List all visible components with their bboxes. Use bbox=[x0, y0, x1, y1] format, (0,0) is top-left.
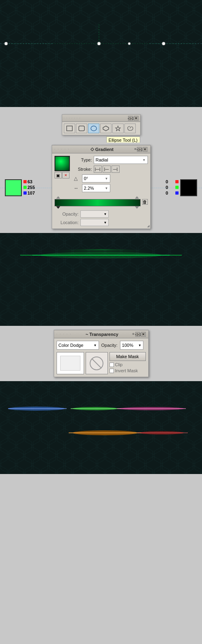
rectangle-tool-button[interactable] bbox=[64, 124, 75, 133]
close-button[interactable]: ✕ bbox=[134, 116, 139, 121]
svg-marker-17 bbox=[103, 126, 109, 131]
stroke-icon-2[interactable]: |— bbox=[103, 166, 111, 173]
star-tool-button[interactable] bbox=[112, 124, 124, 133]
canvas-1 bbox=[0, 0, 202, 107]
gradient-angle-row: △ 0° ▼ bbox=[74, 174, 148, 183]
gradient-stop-bottom-left[interactable] bbox=[56, 206, 60, 209]
trans-grip-dots: · · · · · bbox=[57, 332, 72, 336]
left-g-value: 255 bbox=[27, 185, 36, 190]
gradient-close-button[interactable]: ✕ bbox=[143, 147, 147, 152]
svg-point-13 bbox=[162, 42, 165, 45]
gradient-panel-controls: ≡ ◁◁ ✕ bbox=[134, 147, 147, 152]
trans-actions: Make Mask Clip Invert Mask bbox=[109, 352, 146, 373]
gradient-panel-inner: ▣ ✕ Type: Radial ▼ bbox=[52, 153, 150, 229]
stroke-icon-1[interactable]: |—| bbox=[94, 166, 102, 173]
rounded-rect-tool-button[interactable] bbox=[76, 124, 87, 133]
stroke-icons-group: |—| |— —| bbox=[94, 166, 120, 173]
svg-point-10 bbox=[4, 42, 8, 45]
svg-point-11 bbox=[97, 42, 101, 45]
gradient-swatch[interactable] bbox=[55, 156, 70, 171]
svg-marker-18 bbox=[116, 126, 120, 131]
gradient-menu-button[interactable]: ≡ bbox=[134, 147, 136, 152]
transparency-inner: Color Dodge ▼ Opacity: 100% ▼ bbox=[54, 338, 148, 377]
stroke-icon-3[interactable]: —| bbox=[112, 166, 120, 173]
canvas-2 bbox=[0, 233, 202, 326]
right-g-value: 0 bbox=[166, 185, 175, 190]
blend-mode-arrow: ▼ bbox=[94, 344, 97, 347]
gradient-section: 63 255 107 0 0 0 bbox=[0, 143, 202, 233]
right-color-info: 0 0 0 bbox=[166, 179, 197, 196]
gradient-title-bar: · · · · · ◇ Gradient ≡ ◁◁ ✕ bbox=[52, 145, 150, 153]
gradient-stroke-label: Stroke: bbox=[74, 167, 92, 172]
left-r-value: 63 bbox=[27, 179, 36, 184]
hex-background-1 bbox=[0, 0, 202, 107]
opacity-row: Opacity: ▼ bbox=[55, 210, 148, 218]
red-dot bbox=[23, 180, 27, 183]
transparency-panel: · · · · · ~ Transparency ≡ ◁◁ ✕ Color Do… bbox=[54, 330, 149, 377]
right-color-swatch bbox=[180, 179, 197, 196]
location-input[interactable]: ▼ bbox=[80, 219, 109, 226]
opacity-select-arrow: ▼ bbox=[138, 344, 141, 347]
trans-controls-row: Color Dodge ▼ Opacity: 100% ▼ bbox=[57, 341, 146, 350]
make-mask-button[interactable]: Make Mask bbox=[109, 352, 146, 361]
gradient-ratio-value: 2.2% bbox=[84, 186, 94, 191]
right-r-row: 0 bbox=[166, 179, 179, 184]
right-g-row: 0 bbox=[166, 185, 179, 190]
blend-mode-value: Color Dodge bbox=[59, 343, 84, 348]
svg-rect-4 bbox=[0, 0, 202, 107]
gradient-diamond-icon: ◇ bbox=[90, 147, 94, 152]
collapse-button[interactable]: ◁◁ bbox=[128, 116, 133, 121]
angle-icon: △ bbox=[74, 176, 80, 181]
gradient-stop-top-left[interactable] bbox=[56, 196, 60, 199]
trans-no-mask-icon[interactable] bbox=[86, 352, 108, 374]
trans-menu-button[interactable]: ≡ bbox=[132, 332, 134, 337]
trans-collapse-button[interactable]: ◁◁ bbox=[135, 332, 140, 337]
gradient-stop-bottom-right[interactable] bbox=[135, 206, 139, 209]
gradient-swatch-column: ▣ ✕ bbox=[55, 156, 72, 194]
left-r-row: 63 bbox=[23, 179, 36, 184]
clip-checkbox-row: Clip bbox=[109, 362, 146, 367]
gradient-stroke-icon[interactable]: ✕ bbox=[62, 172, 69, 178]
right-r-value: 0 bbox=[166, 179, 175, 184]
tool-panel-grip: · · · · · · · ◁◁ ✕ bbox=[62, 115, 140, 122]
hex-background-3 bbox=[0, 381, 202, 474]
ratio-icon: ↔ bbox=[74, 185, 80, 191]
svg-line-29 bbox=[92, 359, 101, 368]
gradient-type-row: Type: Radial ▼ bbox=[74, 156, 148, 164]
opacity-text-label: Opacity: bbox=[101, 343, 118, 348]
gradient-fill-icon[interactable]: ▣ bbox=[55, 172, 62, 178]
invert-mask-checkbox-row: Invert Mask bbox=[109, 368, 146, 373]
invert-mask-checkbox[interactable] bbox=[109, 369, 114, 373]
opacity-input[interactable]: ▼ bbox=[80, 210, 109, 218]
trans-close-button[interactable]: ✕ bbox=[141, 332, 146, 337]
location-label: Location: bbox=[55, 220, 79, 225]
svg-rect-15 bbox=[79, 126, 84, 131]
gradient-panel-title: ◇ Gradient bbox=[90, 147, 114, 152]
clip-checkbox[interactable] bbox=[109, 363, 114, 367]
blend-mode-select[interactable]: Color Dodge ▼ bbox=[57, 341, 99, 350]
trans-thumbnail-1[interactable] bbox=[57, 352, 84, 374]
gradient-collapse-button[interactable]: ◁◁ bbox=[137, 147, 142, 152]
blue-dot bbox=[23, 191, 27, 195]
opacity-select[interactable]: 100% ▼ bbox=[120, 341, 143, 350]
trans-panel-controls: ≡ ◁◁ ✕ bbox=[132, 332, 145, 337]
gradient-delete-button[interactable]: 🗑 bbox=[142, 199, 148, 205]
left-b-row: 107 bbox=[23, 191, 36, 195]
polygon-tool-button[interactable] bbox=[100, 124, 112, 133]
resize-grip[interactable]: ◢ bbox=[147, 224, 149, 228]
gradient-ratio-select[interactable]: 2.2% ▼ bbox=[82, 184, 110, 192]
tool-buttons-row bbox=[62, 122, 140, 135]
left-b-value: 107 bbox=[27, 191, 36, 195]
gradient-angle-select[interactable]: 0° ▼ bbox=[82, 174, 110, 183]
gradient-bar-section: 🗑 bbox=[55, 196, 148, 209]
ellipse-tool-button[interactable] bbox=[88, 124, 99, 133]
right-b-value: 0 bbox=[166, 191, 175, 195]
gradient-type-value: Radial bbox=[96, 157, 108, 162]
gradient-type-select[interactable]: Radial ▼ bbox=[94, 156, 148, 164]
gradient-bar[interactable] bbox=[55, 199, 141, 206]
gradient-stop-top-right[interactable] bbox=[135, 196, 139, 199]
spiral-tool-button[interactable] bbox=[124, 124, 136, 133]
right-rgb-values: 0 0 0 bbox=[166, 179, 179, 195]
transparency-title-text: ~ Transparency bbox=[86, 332, 118, 337]
right-red-dot bbox=[175, 180, 179, 183]
